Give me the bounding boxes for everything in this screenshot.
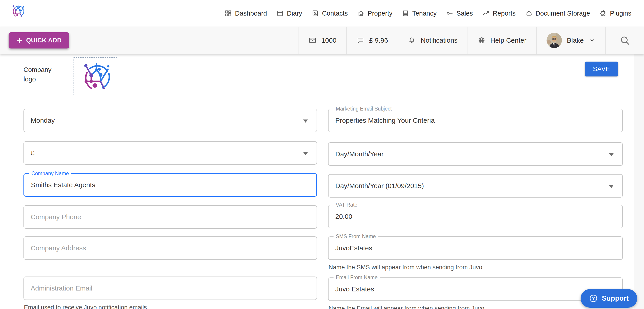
toolbar-right-cluster: 1000 £ 9.96 Notifications Help Center Bl…	[298, 27, 644, 54]
nav-item-document-storage[interactable]: Document Storage	[525, 10, 590, 17]
vat-rate-input[interactable]	[335, 213, 616, 220]
date-display-format-value: Day/Month/Year (01/09/2015)	[335, 182, 424, 190]
chevron-down-icon	[303, 152, 308, 155]
chevron-down-icon	[609, 185, 614, 188]
email-balance-value: 1000	[321, 36, 336, 44]
envelope-icon	[309, 36, 316, 44]
quick-add-label: QUICK ADD	[26, 37, 62, 44]
chevron-down-icon	[609, 153, 614, 156]
week-start-value: Monday	[31, 117, 55, 124]
nav-label: Reports	[493, 10, 516, 17]
currency-value: £	[31, 149, 34, 157]
house-icon	[357, 10, 364, 17]
nav-label: Document Storage	[536, 10, 590, 17]
company-logo-label: Company logo	[24, 65, 57, 84]
company-phone-field[interactable]	[24, 205, 317, 229]
email-from-name-field[interactable]: Email From Name	[328, 278, 623, 301]
calendar-icon	[276, 10, 284, 17]
administration-email-field[interactable]	[24, 277, 317, 300]
notifications-label: Notifications	[420, 36, 458, 44]
nav-label: Property	[368, 10, 392, 17]
trending-up-icon	[482, 10, 490, 17]
juvo-brand-logo-icon[interactable]	[10, 3, 25, 19]
email-from-name-helper: Name the Email will appear from when sen…	[328, 305, 623, 309]
nav-item-sales[interactable]: Sales	[446, 10, 473, 17]
sms-balance[interactable]: £ 9.96	[346, 27, 398, 54]
avatar	[546, 33, 562, 48]
quick-add-button[interactable]: QUICK ADD	[8, 32, 69, 48]
date-display-format-select[interactable]: Day/Month/Year (01/09/2015)	[328, 174, 623, 198]
svg-text:?: ?	[592, 296, 595, 301]
chevron-down-icon	[303, 120, 308, 123]
email-from-name-label: Email From Name	[334, 275, 380, 281]
sms-from-name-field[interactable]: SMS From Name	[328, 236, 623, 260]
sms-from-name-label: SMS From Name	[334, 234, 378, 240]
sms-from-name-input[interactable]	[335, 244, 616, 252]
nav-item-tenancy[interactable]: Tenancy	[402, 10, 437, 17]
week-start-select[interactable]: Monday	[24, 109, 317, 132]
company-name-input[interactable]	[31, 181, 310, 189]
company-logo-image	[78, 60, 112, 92]
globe-icon	[478, 36, 485, 44]
marketing-email-subject-label: Marketing Email Subject	[334, 106, 394, 112]
top-navigation-bar: Dashboard Diary Contacts Property Tenanc…	[0, 0, 644, 27]
bell-icon	[408, 36, 416, 44]
search-icon	[620, 35, 630, 45]
search-button[interactable]	[606, 27, 644, 54]
sms-balance-value: £ 9.96	[369, 36, 388, 44]
company-logo-upload[interactable]	[74, 57, 117, 95]
form-column-left: Monday £ Company Name Email used to rece…	[24, 109, 317, 309]
chat-bubble-icon	[356, 36, 364, 44]
form-column-right: Marketing Email Subject Day/Month/Year D…	[328, 109, 623, 309]
administration-email-helper: Email used to receive Juvo notification …	[24, 304, 317, 309]
vat-rate-field[interactable]: VAT Rate	[328, 205, 623, 228]
company-name-field[interactable]: Company Name	[24, 173, 317, 197]
nav-item-reports[interactable]: Reports	[482, 10, 516, 17]
nav-item-dashboard[interactable]: Dashboard	[224, 10, 267, 17]
help-center-label: Help Center	[490, 36, 526, 44]
help-center-button[interactable]: Help Center	[468, 27, 536, 54]
email-from-name-input[interactable]	[335, 285, 616, 293]
nav-label: Diary	[287, 10, 302, 17]
nav-label: Plugins	[610, 10, 631, 17]
user-menu[interactable]: Blake	[536, 27, 606, 54]
building-icon	[402, 10, 409, 17]
nav-item-property[interactable]: Property	[357, 10, 392, 17]
nav-item-plugins[interactable]: Plugins	[600, 10, 631, 17]
administration-email-input[interactable]	[31, 285, 310, 292]
marketing-email-subject-input[interactable]	[335, 117, 616, 124]
user-name: Blake	[567, 36, 584, 44]
nav-item-diary[interactable]: Diary	[276, 10, 302, 17]
nav-label: Tenancy	[412, 10, 437, 17]
scrollbar[interactable]	[634, 54, 644, 309]
plus-icon	[16, 37, 22, 43]
contacts-card-icon	[312, 10, 319, 17]
key-icon	[446, 10, 453, 17]
currency-select[interactable]: £	[24, 141, 317, 165]
save-button[interactable]: SAVE	[585, 61, 618, 76]
nav-label: Dashboard	[235, 10, 267, 17]
notifications-button[interactable]: Notifications	[398, 27, 467, 54]
nav-item-contacts[interactable]: Contacts	[312, 10, 348, 17]
date-format-select[interactable]: Day/Month/Year	[328, 142, 623, 166]
support-label: Support	[602, 294, 629, 303]
company-address-input[interactable]	[31, 244, 310, 252]
company-name-label: Company Name	[29, 171, 71, 177]
company-address-field[interactable]	[24, 236, 317, 260]
question-circle-icon: ?	[589, 294, 598, 303]
cloud-icon	[525, 10, 532, 17]
email-balance[interactable]: 1000	[298, 27, 346, 54]
support-button[interactable]: ? Support	[580, 289, 637, 308]
nav-label: Sales	[456, 10, 473, 17]
vat-rate-label: VAT Rate	[334, 202, 360, 208]
main-nav: Dashboard Diary Contacts Property Tenanc…	[224, 0, 631, 27]
nav-label: Contacts	[322, 10, 348, 17]
sms-from-name-helper: Name the SMS will appear from when sendi…	[328, 264, 623, 271]
company-phone-input[interactable]	[31, 213, 310, 221]
secondary-toolbar: QUICK ADD 1000 £ 9.96 Notifications Help…	[0, 27, 644, 54]
marketing-email-subject-field[interactable]: Marketing Email Subject	[328, 109, 623, 132]
puzzle-icon	[600, 10, 607, 17]
dashboard-grid-icon	[224, 10, 232, 17]
date-format-value: Day/Month/Year	[335, 150, 384, 158]
company-settings-page: Company logo SAVE Monday £ Company Name …	[0, 54, 644, 309]
